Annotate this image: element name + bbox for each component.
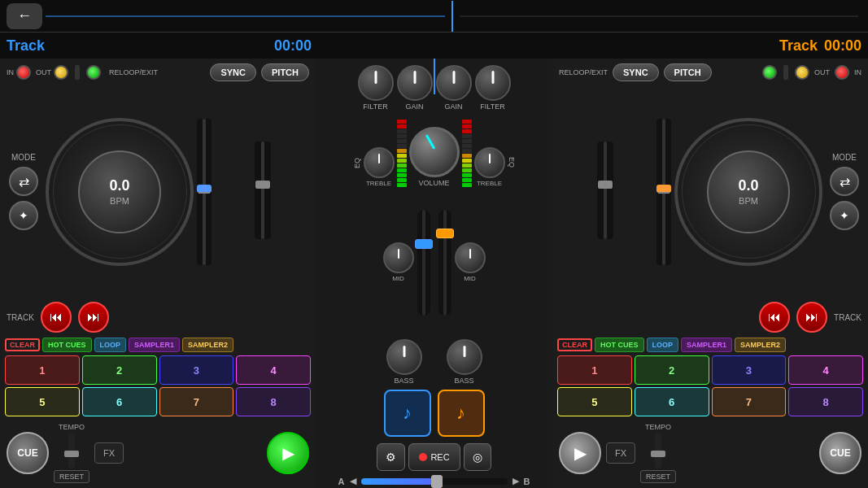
right-play-button[interactable]: ▶	[559, 432, 601, 474]
right-loop-tab[interactable]: LOOP	[647, 338, 679, 352]
right-reloop-label: RELOOP/EXIT	[559, 68, 608, 76]
left-cue-1[interactable]: 1	[5, 355, 80, 385]
left-reset-button[interactable]: RESET	[54, 470, 89, 483]
crossfader-a-label: A	[338, 477, 345, 486]
right-filter-knob[interactable]	[475, 65, 511, 101]
right-cue-6[interactable]: 6	[635, 387, 709, 416]
left-bass-knob[interactable]	[386, 339, 422, 375]
right-track-label: TRACK	[834, 313, 861, 322]
right-in-label: IN	[854, 68, 861, 76]
left-play-button[interactable]: ▶	[267, 432, 309, 474]
right-deck-time: 00:00	[824, 37, 861, 54]
left-cue-4[interactable]: 4	[236, 355, 311, 385]
left-eq-label: EQ	[353, 138, 361, 187]
right-channel-fader[interactable]	[438, 210, 451, 316]
right-cue-button[interactable]: CUE	[819, 432, 861, 474]
left-fx-button[interactable]: FX	[94, 442, 124, 464]
left-vu-meter	[397, 114, 407, 187]
right-cue-4[interactable]: 4	[788, 355, 863, 385]
left-loop-tab[interactable]: LOOP	[94, 338, 127, 352]
right-next-button[interactable]: ⏭	[796, 302, 827, 333]
right-sampler1-tab[interactable]: SAMPLER1	[681, 338, 732, 352]
right-jog-wheel[interactable]: 0.0 BPM	[674, 118, 822, 266]
right-sampler2-tab[interactable]: SAMPLER2	[735, 338, 786, 352]
right-tempo-slider-ctrl[interactable]	[655, 433, 661, 468]
right-add-music-button[interactable]: ♪	[438, 390, 485, 437]
left-treble-knob[interactable]	[364, 147, 395, 178]
left-tempo-label: TEMPO	[59, 423, 85, 431]
left-tempo-slider[interactable]	[68, 433, 75, 468]
left-sync-button[interactable]: SYNC	[210, 63, 256, 81]
right-prev-button[interactable]: ⏮	[759, 302, 790, 333]
right-clear-badge[interactable]: CLEAR	[557, 338, 592, 351]
left-pitch-slider[interactable]	[197, 119, 212, 265]
volume-knob[interactable]	[409, 127, 460, 177]
left-channel-fader[interactable]	[417, 210, 430, 316]
right-cue-3[interactable]: 3	[712, 355, 787, 385]
right-reset-button[interactable]: RESET	[640, 470, 676, 483]
right-pitch-slider[interactable]	[656, 119, 671, 265]
left-deck-time: 00:00	[274, 37, 312, 54]
right-pitch-button[interactable]: PITCH	[664, 63, 712, 81]
left-cue-8[interactable]: 8	[236, 387, 311, 416]
left-sampler2-tab[interactable]: SAMPLER2	[182, 338, 233, 352]
left-reloop-label: RELOOP/EXIT	[109, 68, 158, 76]
left-prev-button[interactable]: ⏮	[41, 302, 72, 333]
left-cue-7[interactable]: 7	[159, 387, 234, 416]
right-mode-btn1[interactable]: ⇄	[830, 167, 859, 196]
left-treble-label: TREBLE	[366, 180, 391, 187]
left-mid-knob[interactable]	[383, 242, 414, 273]
right-eq-label: EQ	[508, 138, 516, 187]
right-cue-2[interactable]: 2	[635, 355, 709, 385]
left-deck-title: Track	[7, 37, 274, 54]
left-cue-6[interactable]: 6	[82, 387, 157, 416]
right-gain-knob[interactable]	[436, 65, 472, 101]
right-cue-7[interactable]: 7	[712, 387, 787, 416]
left-hot-cues-tab[interactable]: HOT CUES	[42, 338, 92, 352]
mixer-target-button[interactable]: ◎	[464, 443, 491, 471]
left-cue-button[interactable]: CUE	[7, 432, 49, 474]
left-sampler1-tab[interactable]: SAMPLER1	[129, 338, 180, 352]
left-tempo-handle[interactable]	[255, 181, 270, 189]
left-filter-label: FILTER	[363, 102, 387, 111]
right-mode-label: MODE	[832, 153, 857, 162]
left-cue-2[interactable]: 2	[82, 355, 157, 385]
left-bass-label: BASS	[394, 377, 413, 385]
left-pitch-button[interactable]: PITCH	[261, 63, 309, 81]
right-mode-btn2[interactable]: ✦	[830, 201, 859, 230]
left-filter-knob[interactable]	[358, 65, 394, 101]
back-icon: ←	[17, 7, 32, 24]
right-out-led	[795, 65, 809, 80]
right-cue-5[interactable]: 5	[557, 387, 632, 416]
mixer-rec-button[interactable]: REC	[408, 443, 460, 471]
left-mode-btn1[interactable]: ⇄	[9, 167, 38, 196]
right-treble-knob[interactable]	[474, 147, 505, 178]
right-hot-cues-tab[interactable]: HOT CUES	[595, 338, 644, 352]
right-fx-button[interactable]: FX	[606, 442, 635, 464]
back-button[interactable]: ←	[7, 3, 42, 29]
left-deck: IN OUT RELOOP/EXIT SYNC PITCH MODE	[0, 59, 316, 488]
left-next-button[interactable]: ⏭	[78, 302, 109, 333]
left-out-label: OUT	[36, 68, 51, 76]
crossfader[interactable]	[361, 478, 508, 485]
left-cue-5[interactable]: 5	[5, 387, 80, 416]
right-mid-knob[interactable]	[455, 242, 486, 273]
left-add-music-button[interactable]: ♪	[384, 390, 431, 437]
right-filter-label: FILTER	[480, 102, 504, 111]
right-cue-1[interactable]: 1	[557, 355, 632, 385]
left-clear-badge[interactable]: CLEAR	[5, 338, 40, 351]
right-cue-8[interactable]: 8	[788, 387, 863, 416]
right-tempo-handle[interactable]	[598, 181, 613, 189]
left-cue-3[interactable]: 3	[159, 355, 234, 385]
left-mode-btn2[interactable]: ✦	[9, 201, 38, 230]
right-bass-label: BASS	[454, 377, 473, 385]
left-jog-wheel[interactable]: 0.0 BPM	[46, 118, 194, 266]
left-track-label: TRACK	[7, 313, 34, 322]
left-mode-label: MODE	[11, 153, 36, 162]
right-sync-button[interactable]: SYNC	[613, 63, 659, 81]
right-deck-title: Track	[550, 37, 818, 54]
mixer-adjust-button[interactable]: ⚙	[377, 443, 405, 471]
crossfader-b-label: B	[524, 477, 530, 486]
right-bass-knob[interactable]	[447, 339, 482, 375]
left-gain-knob[interactable]	[397, 65, 433, 101]
